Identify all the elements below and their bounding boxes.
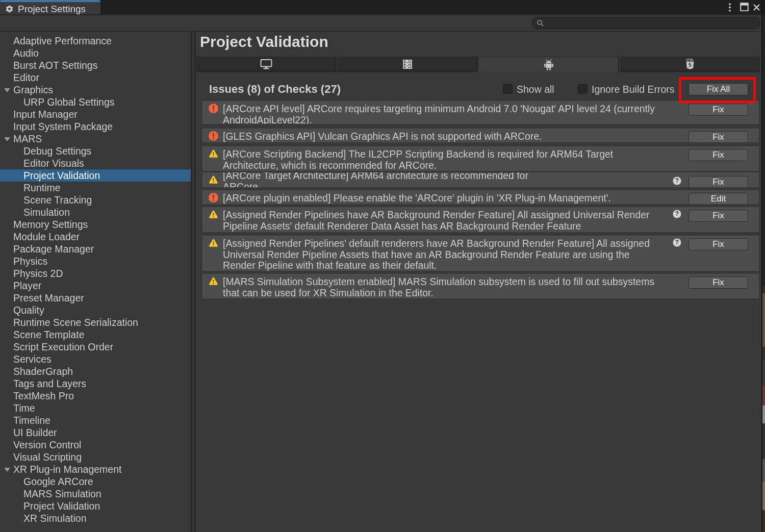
svg-text:5: 5 xyxy=(688,62,692,68)
svg-text:?: ? xyxy=(675,210,679,217)
svg-text:?: ? xyxy=(675,239,679,246)
svg-text:HTML: HTML xyxy=(686,58,694,61)
svg-text:?: ? xyxy=(675,177,679,184)
